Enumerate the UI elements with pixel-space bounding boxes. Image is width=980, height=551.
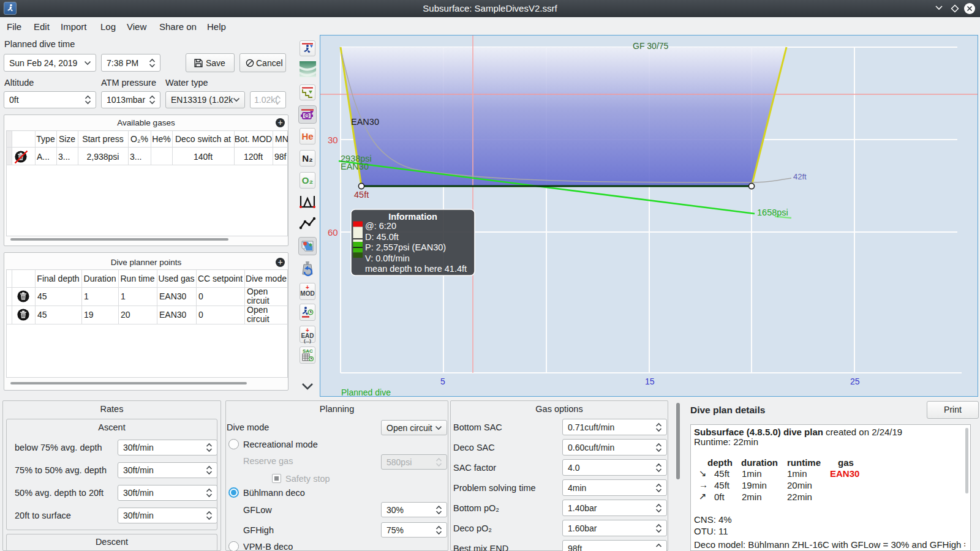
svg-text:EAN30: EAN30 (351, 117, 379, 127)
svg-text:45ft: 45ft (354, 190, 369, 200)
svg-text:P: 2,557psi (EAN30): P: 2,557psi (EAN30) (365, 242, 446, 252)
svg-text:mean depth to here 41.4ft: mean depth to here 41.4ft (365, 264, 467, 274)
svg-text:SAC: SAC (303, 348, 313, 354)
svg-text:60: 60 (328, 227, 338, 238)
svg-text:EAN30: EAN30 (341, 162, 369, 171)
svg-text:Planned dive: Planned dive (341, 388, 391, 396)
svg-text:25: 25 (850, 377, 860, 386)
svg-text:GF 30/75: GF 30/75 (633, 41, 669, 51)
svg-text:D: 45.0ft: D: 45.0ft (365, 232, 399, 242)
svg-text:1658psi: 1658psi (757, 208, 788, 217)
svg-text:30: 30 (328, 135, 338, 145)
svg-text:@: 6:20: @: 6:20 (365, 221, 396, 231)
svg-text:42ft: 42ft (793, 172, 807, 181)
svg-text:15: 15 (645, 377, 655, 386)
svg-text:Information: Information (388, 212, 437, 222)
svg-text:V: 0.0ft/min: V: 0.0ft/min (365, 253, 410, 263)
svg-text:5: 5 (440, 377, 445, 386)
